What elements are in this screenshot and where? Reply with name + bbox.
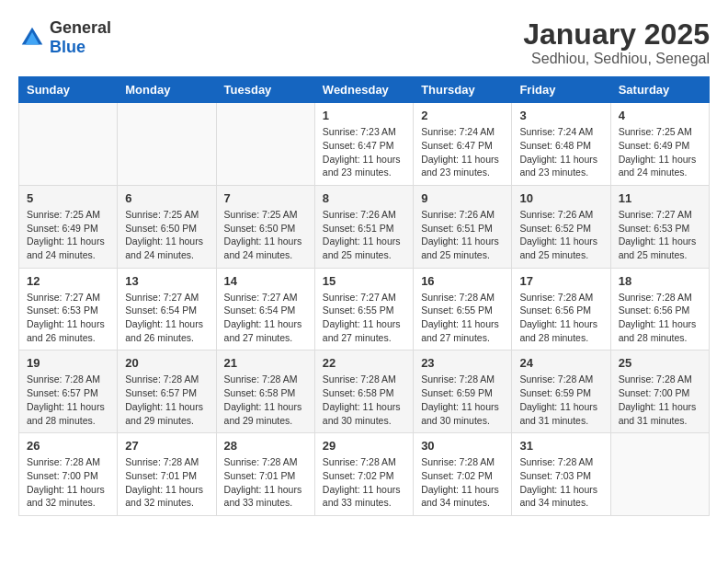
day-number: 13 [125,274,208,288]
calendar-cell: 24Sunrise: 7:28 AMSunset: 6:59 PMDayligh… [512,350,610,433]
calendar-cell: 9Sunrise: 7:26 AMSunset: 6:51 PMDaylight… [414,185,512,268]
day-number: 2 [421,109,504,122]
day-info: Sunrise: 7:28 AMSunset: 7:01 PMDaylight:… [224,455,307,510]
logo: General Blue [18,18,111,57]
calendar-cell: 21Sunrise: 7:28 AMSunset: 6:58 PMDayligh… [216,350,314,433]
calendar-cell: 5Sunrise: 7:25 AMSunset: 6:49 PMDaylight… [19,185,118,268]
day-number: 11 [619,191,701,205]
day-number: 19 [27,356,109,370]
day-info: Sunrise: 7:28 AMSunset: 7:02 PMDaylight:… [421,455,504,510]
day-info: Sunrise: 7:28 AMSunset: 6:59 PMDaylight:… [519,373,602,427]
day-number: 21 [224,356,307,370]
day-number: 8 [323,191,405,205]
weekday-header-wednesday: Wednesday [314,77,413,103]
calendar-cell: 27Sunrise: 7:28 AMSunset: 7:01 PMDayligh… [118,433,216,516]
page-subtitle: Sedhiou, Sedhiou, Senegal [523,51,710,67]
day-info: Sunrise: 7:25 AMSunset: 6:50 PMDaylight:… [224,208,307,262]
day-info: Sunrise: 7:28 AMSunset: 7:02 PMDaylight:… [323,455,405,510]
calendar-cell [216,103,314,186]
day-info: Sunrise: 7:26 AMSunset: 6:51 PMDaylight:… [323,208,405,262]
day-number: 25 [619,356,701,370]
calendar-table: SundayMondayTuesdayWednesdayThursdayFrid… [18,76,710,516]
calendar-week-row: 12Sunrise: 7:27 AMSunset: 6:53 PMDayligh… [19,268,710,350]
day-number: 28 [224,439,307,453]
day-info: Sunrise: 7:26 AMSunset: 6:51 PMDaylight:… [421,208,504,262]
day-number: 31 [519,439,602,453]
weekday-header-sunday: Sunday [19,77,118,103]
calendar-cell: 18Sunrise: 7:28 AMSunset: 6:56 PMDayligh… [610,268,709,350]
calendar-cell: 3Sunrise: 7:24 AMSunset: 6:48 PMDaylight… [512,103,610,186]
calendar-cell: 14Sunrise: 7:27 AMSunset: 6:54 PMDayligh… [216,268,314,350]
page-title: January 2025 [523,18,710,51]
calendar-cell: 2Sunrise: 7:24 AMSunset: 6:47 PMDaylight… [414,103,512,186]
day-info: Sunrise: 7:27 AMSunset: 6:53 PMDaylight:… [619,208,701,262]
calendar-cell: 30Sunrise: 7:28 AMSunset: 7:02 PMDayligh… [414,433,512,516]
day-info: Sunrise: 7:28 AMSunset: 6:58 PMDaylight:… [224,373,307,427]
day-info: Sunrise: 7:28 AMSunset: 6:55 PMDaylight:… [421,291,504,345]
day-info: Sunrise: 7:27 AMSunset: 6:55 PMDaylight:… [323,291,405,345]
day-info: Sunrise: 7:28 AMSunset: 6:59 PMDaylight:… [421,373,504,427]
day-number: 14 [224,274,307,288]
day-number: 3 [519,109,602,122]
day-info: Sunrise: 7:26 AMSunset: 6:52 PMDaylight:… [519,208,602,262]
day-number: 9 [421,191,504,205]
day-number: 5 [27,191,109,205]
day-info: Sunrise: 7:28 AMSunset: 6:57 PMDaylight:… [27,373,109,427]
calendar-cell [118,103,216,186]
calendar-cell: 29Sunrise: 7:28 AMSunset: 7:02 PMDayligh… [314,433,413,516]
logo-icon [18,24,46,52]
weekday-header-thursday: Thursday [414,77,512,103]
day-info: Sunrise: 7:28 AMSunset: 7:00 PMDaylight:… [27,455,109,510]
weekday-header-tuesday: Tuesday [216,77,314,103]
calendar-cell: 6Sunrise: 7:25 AMSunset: 6:50 PMDaylight… [118,185,216,268]
day-number: 24 [519,356,602,370]
calendar-week-row: 1Sunrise: 7:23 AMSunset: 6:47 PMDaylight… [19,103,710,186]
day-number: 27 [125,439,208,453]
calendar-cell: 26Sunrise: 7:28 AMSunset: 7:00 PMDayligh… [19,433,118,516]
day-info: Sunrise: 7:25 AMSunset: 6:49 PMDaylight:… [619,125,701,179]
calendar-week-row: 26Sunrise: 7:28 AMSunset: 7:00 PMDayligh… [19,433,710,516]
day-number: 10 [519,191,602,205]
calendar-cell: 12Sunrise: 7:27 AMSunset: 6:53 PMDayligh… [19,268,118,350]
calendar-cell: 22Sunrise: 7:28 AMSunset: 6:58 PMDayligh… [314,350,413,433]
weekday-header-row: SundayMondayTuesdayWednesdayThursdayFrid… [19,77,710,103]
day-info: Sunrise: 7:25 AMSunset: 6:50 PMDaylight:… [125,208,208,262]
calendar-cell: 28Sunrise: 7:28 AMSunset: 7:01 PMDayligh… [216,433,314,516]
calendar-cell: 13Sunrise: 7:27 AMSunset: 6:54 PMDayligh… [118,268,216,350]
day-number: 22 [323,356,405,370]
day-info: Sunrise: 7:28 AMSunset: 7:01 PMDaylight:… [125,455,208,510]
logo-general: General [50,18,111,37]
calendar-week-row: 5Sunrise: 7:25 AMSunset: 6:49 PMDaylight… [19,185,710,268]
calendar-cell: 11Sunrise: 7:27 AMSunset: 6:53 PMDayligh… [610,185,709,268]
calendar-cell: 20Sunrise: 7:28 AMSunset: 6:57 PMDayligh… [118,350,216,433]
calendar-cell [19,103,118,186]
calendar-cell: 25Sunrise: 7:28 AMSunset: 7:00 PMDayligh… [610,350,709,433]
logo-blue: Blue [50,38,85,56]
calendar-cell: 23Sunrise: 7:28 AMSunset: 6:59 PMDayligh… [414,350,512,433]
day-info: Sunrise: 7:27 AMSunset: 6:54 PMDaylight:… [125,291,208,345]
day-number: 29 [323,439,405,453]
calendar-cell: 7Sunrise: 7:25 AMSunset: 6:50 PMDaylight… [216,185,314,268]
day-number: 7 [224,191,307,205]
day-info: Sunrise: 7:27 AMSunset: 6:54 PMDaylight:… [224,291,307,345]
day-number: 16 [421,274,504,288]
weekday-header-monday: Monday [118,77,216,103]
day-info: Sunrise: 7:28 AMSunset: 7:03 PMDaylight:… [519,455,602,510]
calendar-week-row: 19Sunrise: 7:28 AMSunset: 6:57 PMDayligh… [19,350,710,433]
day-info: Sunrise: 7:28 AMSunset: 6:56 PMDaylight:… [619,291,701,345]
day-number: 1 [323,109,405,122]
calendar-cell: 16Sunrise: 7:28 AMSunset: 6:55 PMDayligh… [414,268,512,350]
calendar-cell: 31Sunrise: 7:28 AMSunset: 7:03 PMDayligh… [512,433,610,516]
title-block: January 2025 Sedhiou, Sedhiou, Senegal [523,18,710,67]
day-number: 15 [323,274,405,288]
day-info: Sunrise: 7:28 AMSunset: 6:56 PMDaylight:… [519,291,602,345]
day-number: 20 [125,356,208,370]
day-number: 4 [619,109,701,122]
calendar-cell: 19Sunrise: 7:28 AMSunset: 6:57 PMDayligh… [19,350,118,433]
day-number: 12 [27,274,109,288]
day-number: 23 [421,356,504,370]
day-number: 18 [619,274,701,288]
day-number: 6 [125,191,208,205]
day-info: Sunrise: 7:28 AMSunset: 6:58 PMDaylight:… [323,373,405,427]
calendar-cell: 4Sunrise: 7:25 AMSunset: 6:49 PMDaylight… [610,103,709,186]
